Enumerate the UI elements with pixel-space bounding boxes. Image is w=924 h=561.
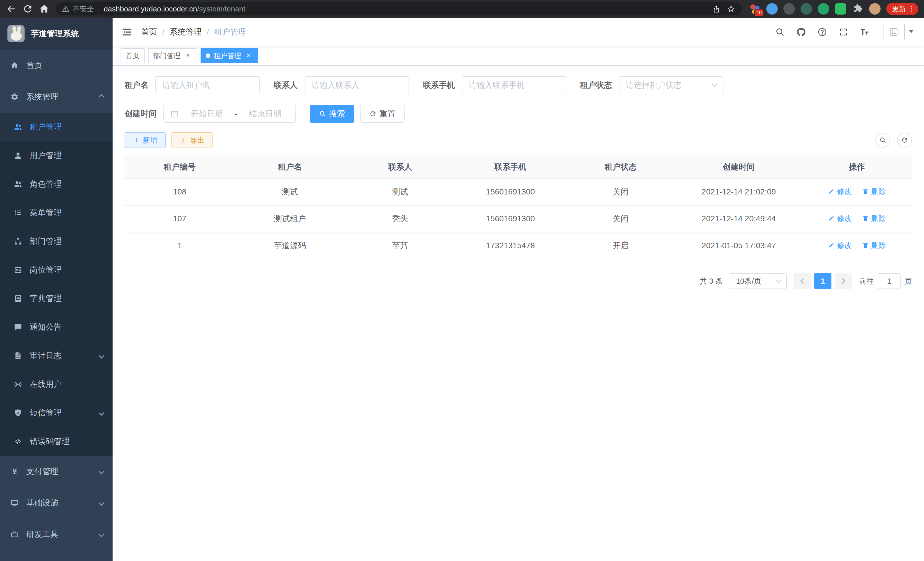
caret-down-icon bbox=[909, 30, 914, 36]
url-domain: dashboard.yudao.iocoder.cn bbox=[104, 5, 197, 13]
date-range-picker[interactable]: - bbox=[164, 105, 296, 123]
extension-icon[interactable] bbox=[766, 3, 778, 15]
sidebar-item-label: 审计日志 bbox=[30, 350, 62, 361]
address-bar[interactable]: 不安全 dashboard.yudao.iocoder.cn/system/te… bbox=[56, 2, 742, 15]
top-navbar: 首页 / 系统管理 / 租户管理 bbox=[112, 18, 924, 46]
bookmark-star-icon[interactable] bbox=[727, 5, 735, 13]
extension-icon[interactable]: 10 bbox=[749, 3, 760, 15]
tenant-table: 租户编号 租户名 联系人 联系手机 租户状态 创建时间 操作 108 测试 bbox=[124, 156, 912, 259]
sidebar-item-label: 岗位管理 bbox=[30, 265, 62, 275]
back-button[interactable] bbox=[6, 3, 16, 14]
id-badge-icon bbox=[14, 266, 22, 274]
github-icon[interactable] bbox=[796, 27, 806, 37]
filter-form-row-2: 创建时间 - 搜索 重置 bbox=[124, 105, 912, 123]
user-avatar-menu[interactable] bbox=[883, 24, 914, 40]
breadcrumb-separator: / bbox=[207, 27, 209, 37]
breadcrumb-home[interactable]: 首页 bbox=[141, 27, 157, 38]
chevron-down-icon bbox=[99, 469, 104, 474]
column-contact: 联系人 bbox=[345, 156, 455, 178]
roles-icon bbox=[14, 180, 22, 188]
goto-page-input[interactable] bbox=[878, 273, 901, 289]
tab-dept-management[interactable]: 部门管理 × bbox=[148, 48, 197, 63]
sidebar-item-post-management[interactable]: 岗位管理 bbox=[0, 256, 112, 284]
extension-icon[interactable] bbox=[835, 3, 846, 15]
reset-button[interactable]: 重置 bbox=[360, 105, 405, 123]
puzzle-icon[interactable] bbox=[852, 3, 863, 15]
search-icon[interactable] bbox=[775, 27, 785, 37]
add-button[interactable]: 新增 bbox=[124, 132, 166, 148]
page-size-select[interactable]: 10条/页 bbox=[730, 273, 787, 289]
sidebar-item-dept-management[interactable]: 部门管理 bbox=[0, 227, 112, 256]
browser-toolbar: 不安全 dashboard.yudao.iocoder.cn/system/te… bbox=[0, 0, 924, 18]
sidebar-item-online-users[interactable]: 在线用户 bbox=[0, 370, 112, 399]
extension-badge: 10 bbox=[754, 9, 764, 17]
extension-icon[interactable] bbox=[818, 3, 829, 15]
tags-view-bar: 首页 部门管理 × 租户管理 × bbox=[112, 46, 924, 66]
edit-button[interactable]: 修改 bbox=[828, 214, 852, 224]
document-log-icon bbox=[14, 351, 22, 360]
edit-button[interactable]: 修改 bbox=[828, 241, 852, 250]
prev-page-button[interactable] bbox=[794, 273, 811, 289]
delete-button-label: 删除 bbox=[871, 214, 886, 224]
close-icon[interactable]: × bbox=[244, 52, 253, 60]
sidebar-item-label: 租户管理 bbox=[30, 122, 62, 132]
sidebar-item-user-management[interactable]: 用户管理 bbox=[0, 141, 112, 170]
edit-icon bbox=[828, 188, 835, 195]
extension-icon[interactable] bbox=[801, 3, 812, 15]
font-size-icon[interactable] bbox=[860, 27, 870, 37]
phone-input[interactable] bbox=[469, 81, 560, 90]
tab-tenant-management[interactable]: 租户管理 × bbox=[201, 48, 258, 63]
end-date-input[interactable] bbox=[242, 109, 289, 118]
sidebar-item-role-management[interactable]: 角色管理 bbox=[0, 170, 112, 199]
active-dot bbox=[206, 53, 210, 58]
delete-button[interactable]: 删除 bbox=[862, 241, 886, 250]
sidebar-item-notice[interactable]: 通知公告 bbox=[0, 313, 112, 341]
search-button[interactable]: 搜索 bbox=[310, 105, 354, 123]
share-icon[interactable] bbox=[712, 5, 721, 13]
export-button-label: 导出 bbox=[190, 135, 205, 145]
home-button[interactable] bbox=[39, 3, 50, 14]
sidebar-item-payment-management[interactable]: ¥ 支付管理 bbox=[0, 456, 112, 487]
sidebar-item-audit-log[interactable]: 审计日志 bbox=[0, 341, 112, 370]
tab-label: 部门管理 bbox=[153, 51, 181, 60]
fullscreen-icon[interactable] bbox=[838, 27, 849, 37]
sidebar-item-error-code-management[interactable]: 错误码管理 bbox=[0, 427, 112, 456]
extension-icon[interactable] bbox=[783, 3, 795, 15]
sidebar-item-sms-management[interactable]: 短信管理 bbox=[0, 399, 112, 427]
caret-down-icon bbox=[776, 277, 782, 283]
sidebar-item-dev-tools[interactable]: 研发工具 bbox=[0, 519, 112, 550]
page-number-button[interactable]: 1 bbox=[814, 273, 831, 289]
sidebar-item-infrastructure[interactable]: 基础设施 bbox=[0, 487, 112, 519]
sidebar-toggle-button[interactable] bbox=[112, 18, 141, 46]
delete-button[interactable]: 删除 bbox=[862, 214, 886, 224]
delete-button[interactable]: 删除 bbox=[862, 187, 886, 197]
security-chip[interactable]: 不安全 bbox=[62, 4, 94, 14]
start-date-input[interactable] bbox=[183, 109, 231, 118]
divider bbox=[99, 5, 99, 13]
sidebar-item-menu-management[interactable]: 菜单管理 bbox=[0, 199, 112, 227]
sidebar-item-label: 在线用户 bbox=[30, 379, 62, 390]
filter-create-time: 创建时间 - bbox=[124, 105, 296, 123]
sidebar-item-home[interactable]: 首页 bbox=[0, 50, 112, 81]
sidebar-item-dict-management[interactable]: 字典管理 bbox=[0, 284, 112, 313]
tab-home[interactable]: 首页 bbox=[121, 48, 145, 63]
contact-input[interactable] bbox=[311, 81, 402, 90]
search-toggle-button[interactable] bbox=[875, 133, 890, 147]
sidebar: 芋道管理系统 首页 系统管理 租户管理 用户管理 bbox=[0, 18, 112, 561]
edit-button[interactable]: 修改 bbox=[828, 187, 852, 197]
export-button[interactable]: 导出 bbox=[171, 132, 213, 148]
help-icon[interactable] bbox=[817, 27, 827, 37]
next-page-button[interactable] bbox=[835, 273, 852, 289]
refresh-button[interactable] bbox=[897, 133, 912, 147]
sidebar-item-system-management[interactable]: 系统管理 bbox=[0, 81, 112, 113]
app-logo[interactable]: 芋道管理系统 bbox=[0, 18, 112, 50]
close-icon[interactable]: × bbox=[184, 52, 192, 60]
status-select[interactable]: 请选择租户状态 bbox=[619, 76, 723, 94]
chrome-update-button[interactable]: 更新 bbox=[886, 3, 918, 15]
sidebar-item-tenant-management[interactable]: 租户管理 bbox=[0, 113, 112, 141]
more-vertical-icon[interactable] bbox=[908, 5, 915, 13]
browser-profile-avatar[interactable] bbox=[869, 3, 880, 15]
tenant-name-input[interactable] bbox=[162, 81, 253, 90]
reload-button[interactable] bbox=[22, 3, 33, 14]
edit-icon bbox=[828, 242, 835, 249]
